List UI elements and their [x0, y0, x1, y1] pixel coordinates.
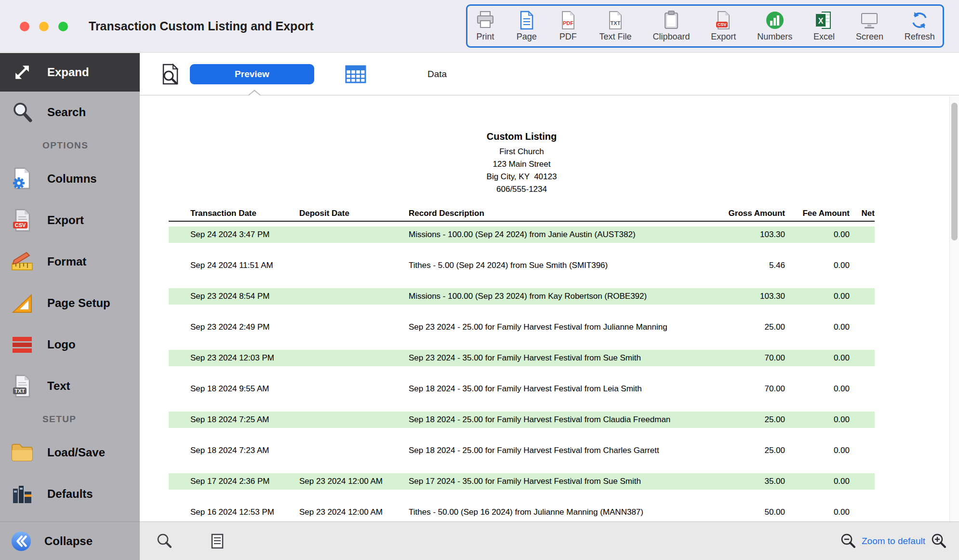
cell-description: Sep 18 2024 - 35.00 for Family Harvest F…: [409, 384, 720, 394]
sidebar-item-search[interactable]: Search: [0, 92, 140, 133]
sidebar-item-label: Columns: [47, 172, 97, 186]
toolbar-item-label: Page: [517, 32, 537, 42]
sidebar-item-expand[interactable]: Expand: [0, 53, 140, 92]
report-document: Custom Listing First Church 123 Main Str…: [169, 96, 875, 521]
svg-text:X: X: [818, 17, 824, 25]
cell-fee-amount: 0.00: [785, 477, 850, 486]
sidebar-item-label: Expand: [47, 66, 89, 79]
minimize-button[interactable]: [39, 22, 49, 31]
cell-description: Tithes - 5.00 (Sep 24 2024) from Sue Smi…: [409, 261, 720, 270]
org-city: Big City, KY 40123: [169, 171, 875, 183]
table-row: Sep 18 2024 7:23 AM Sep 18 2024 - 25.00 …: [169, 442, 875, 468]
zoom-in-icon[interactable]: [930, 533, 947, 550]
clipboard-icon: [661, 9, 681, 31]
search-preview-button[interactable]: [156, 533, 173, 550]
window-title: Transaction Custom Listing and Export: [89, 0, 314, 52]
cell-transaction-date: Sep 24 2024 11:51 AM: [169, 261, 299, 270]
toolbar-item-label: Refresh: [905, 32, 935, 42]
page-button[interactable]: Page: [517, 9, 537, 42]
sidebar-item-export[interactable]: CSV Export: [0, 200, 140, 241]
cell-gross-amount: 70.00: [720, 353, 785, 363]
refresh-button[interactable]: Refresh: [905, 9, 935, 42]
csv-export-icon: CSV: [10, 208, 35, 233]
export-csv-button[interactable]: CSV Export: [711, 9, 736, 42]
col-deposit-date: Deposit Date: [299, 209, 409, 218]
cell-fee-amount: 0.00: [785, 322, 850, 332]
preview-magnifier-icon: [159, 63, 181, 85]
toolbar-item-label: Excel: [813, 32, 835, 42]
excel-button[interactable]: X Excel: [813, 9, 835, 42]
close-button[interactable]: [20, 22, 29, 31]
table-body: Sep 24 2024 3:47 PM Missions - 100.00 (S…: [169, 227, 875, 521]
sidebar-item-load-save[interactable]: Load/Save: [0, 432, 140, 473]
page-setup-triangle-icon: [10, 291, 35, 316]
sidebar-item-format[interactable]: Format: [0, 241, 140, 282]
cell-description: Sep 23 2024 - 35.00 for Family Harvest F…: [409, 353, 720, 363]
col-record-description: Record Description: [409, 209, 720, 218]
cell-gross-amount: 50.00: [720, 507, 785, 517]
zoom-to-default-link[interactable]: Zoom to default: [862, 536, 925, 547]
cell-description: Missions - 100.00 (Sep 24 2024) from Jan…: [409, 230, 720, 240]
export-toolbar: Print Page PDF PDF TXT Text File: [466, 4, 944, 48]
sidebar-item-columns[interactable]: Columns: [0, 158, 140, 200]
traffic-lights: [20, 22, 68, 31]
table-row: Sep 17 2024 2:36 PM Sep 23 2024 12:00 AM…: [169, 473, 875, 499]
sidebar-item-label: Defaults: [47, 487, 93, 501]
cell-transaction-date: Sep 17 2024 2:36 PM: [169, 477, 299, 486]
report-heading: Custom Listing First Church 123 Main Str…: [169, 130, 875, 196]
cell-description: Tithes - 50.00 (Sep 16 2024) from Julian…: [409, 507, 720, 517]
format-ruler-icon: [10, 249, 35, 274]
sidebar-item-label: Collapse: [44, 534, 93, 548]
sidebar-item-text[interactable]: TXT Text: [0, 365, 140, 407]
text-file-button[interactable]: TXT Text File: [599, 9, 632, 42]
cell-gross-amount: 25.00: [720, 415, 785, 425]
cell-description: Sep 18 2024 - 25.00 for Family Harvest F…: [409, 415, 720, 425]
cell-fee-amount: 0.00: [785, 230, 850, 240]
printer-icon: [475, 9, 495, 31]
cell-description: Sep 23 2024 - 25.00 for Family Harvest F…: [409, 322, 720, 332]
sidebar-item-label: Export: [47, 213, 84, 227]
zoom-window-button[interactable]: [58, 22, 68, 31]
cell-gross-amount: 103.30: [720, 292, 785, 301]
data-table-icon[interactable]: [345, 63, 367, 85]
cell-description: Sep 18 2024 - 25.00 for Family Harvest F…: [409, 446, 720, 455]
screen-button[interactable]: Screen: [856, 9, 883, 42]
screen-icon: [859, 9, 879, 31]
tab-preview[interactable]: Preview: [190, 64, 314, 84]
txt-file-icon: TXT: [10, 373, 35, 399]
clipboard-button[interactable]: Clipboard: [653, 9, 690, 42]
statusbar: Zoom to default: [140, 521, 959, 560]
cell-transaction-date: Sep 24 2024 3:47 PM: [169, 230, 299, 240]
toolbar-item-label: Screen: [856, 32, 883, 42]
scrollbar-thumb[interactable]: [951, 103, 958, 240]
cell-transaction-date: Sep 18 2024 7:25 AM: [169, 415, 299, 425]
sidebar-item-page-setup[interactable]: Page Setup: [0, 282, 140, 324]
cell-fee-amount: 0.00: [785, 415, 850, 425]
tab-data[interactable]: Data: [427, 69, 447, 80]
table-row: Sep 23 2024 8:54 PM Missions - 100.00 (S…: [169, 288, 875, 314]
main-area: Preview Data Custom Listing First Church…: [140, 53, 959, 560]
cell-transaction-date: Sep 23 2024 2:49 PM: [169, 322, 299, 332]
print-button[interactable]: Print: [475, 9, 495, 42]
zoom-out-icon[interactable]: [839, 533, 857, 550]
text-file-icon: TXT: [605, 9, 626, 31]
table-row: Sep 18 2024 7:25 AM Sep 18 2024 - 25.00 …: [169, 412, 875, 438]
numbers-button[interactable]: Numbers: [757, 9, 792, 42]
vertical-scrollbar[interactable]: [949, 96, 959, 521]
toolbar-item-label: Print: [476, 32, 494, 42]
sidebar-item-defaults[interactable]: Defaults: [0, 473, 140, 515]
cell-fee-amount: 0.00: [785, 507, 850, 517]
sidebar-item-label: Text: [47, 379, 70, 393]
sidebar-item-collapse[interactable]: Collapse: [0, 521, 140, 560]
cell-gross-amount: 5.46: [720, 261, 785, 270]
report-title: Custom Listing: [169, 130, 875, 143]
cell-transaction-date: Sep 18 2024 7:23 AM: [169, 446, 299, 455]
sidebar-item-label: Page Setup: [47, 296, 110, 310]
cell-transaction-date: Sep 23 2024 8:54 PM: [169, 292, 299, 301]
cell-deposit-date: Sep 23 2024 12:00 AM: [299, 507, 409, 517]
pdf-button[interactable]: PDF PDF: [558, 9, 578, 42]
cell-transaction-date: Sep 16 2024 12:53 PM: [169, 507, 299, 517]
sidebar-item-label: Logo: [47, 338, 76, 351]
sidebar-item-logo[interactable]: Logo: [0, 324, 140, 365]
document-view-button[interactable]: [209, 533, 226, 550]
